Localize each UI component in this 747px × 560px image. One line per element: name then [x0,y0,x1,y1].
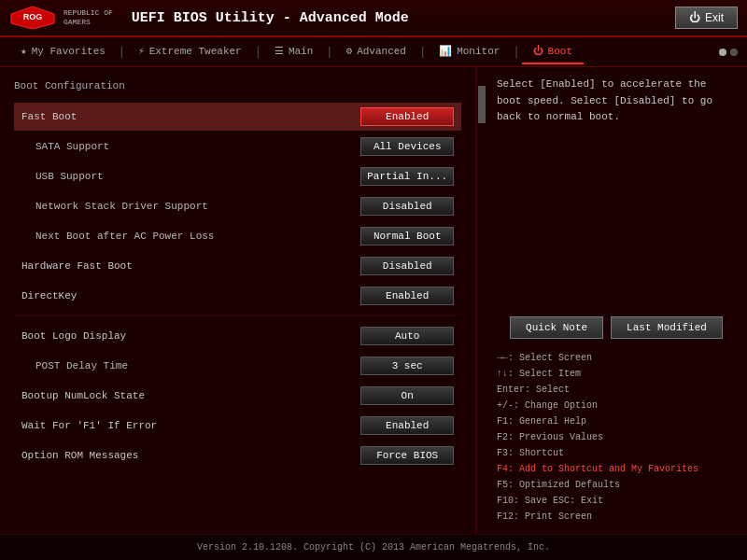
numlock-value[interactable]: On [360,386,454,405]
boot-icon: ⏻ [533,45,543,57]
star-icon: ★ [21,45,27,57]
network-stack-label: Network Stack Driver Support [21,201,208,212]
footer: Version 2.10.1208. Copyright (C) 2013 Am… [0,534,747,560]
boot-logo-value[interactable]: Auto [360,327,454,345]
section-title: Boot Configuration [14,77,461,95]
help-text: Select [Enabled] to accelerate the boot … [497,77,736,126]
tab-advanced[interactable]: ⚙ Advanced [335,39,417,64]
exit-button[interactable]: ⏻ Exit [675,7,738,29]
rog-logo: ROG [9,5,56,31]
shortcut-f5: F5: Optimized Defaults [497,477,736,493]
shortcut-f4: F4: Add to Shortcut and My Favorites [497,461,736,477]
main-icon: ☰ [275,45,284,57]
wait-f1-label: Wait For 'F1' If Error [21,420,157,431]
main-content: Boot Configuration Fast Boot Enabled SAT… [0,67,747,534]
usb-support-label: USB Support [21,171,104,182]
nav-dots [719,49,738,56]
tab-extreme-tweaker[interactable]: ⚡ Extreme Tweaker [127,39,253,64]
power-icon: ⏻ [689,11,700,24]
action-buttons: Quick Note Last Modified [497,316,736,339]
next-boot-row[interactable]: Next Boot after AC Power Loss Normal Boo… [14,222,461,250]
advanced-icon: ⚙ [346,45,353,57]
tab-monitor[interactable]: 📊 Monitor [428,39,511,64]
fast-boot-value[interactable]: Enabled [360,107,454,126]
sata-support-value[interactable]: All Devices [360,137,454,156]
tab-boot[interactable]: ⏻ Boot [522,39,584,64]
shortcut-plusminus: +/-: Change Option [497,398,736,413]
option-rom-row[interactable]: Option ROM Messages Force BIOS [14,441,461,469]
network-stack-value[interactable]: Disabled [360,197,454,216]
shortcut-f12: F12: Print Screen [497,509,736,525]
directkey-label: DirectKey [21,290,77,301]
logo-area: ROG REPUBLIC OFGAMERS [9,5,113,31]
post-delay-row[interactable]: POST Delay Time 3 sec [14,352,461,380]
sata-support-label: SATA Support [21,141,109,152]
scrollbar[interactable] [476,67,486,534]
shortcuts: →←: Select Screen ↑↓: Select Item Enter:… [497,350,736,525]
numlock-row[interactable]: Bootup NumLock State On [14,382,461,410]
sata-support-row[interactable]: SATA Support All Devices [14,133,461,161]
shortcut-enter: Enter: Select [497,382,736,398]
header: ROG REPUBLIC OFGAMERS UEFI BIOS Utility … [0,0,747,37]
post-delay-value[interactable]: 3 sec [360,357,454,375]
numlock-label: Bootup NumLock State [21,390,145,401]
bios-title: UEFI BIOS Utility - Advanced Mode [132,10,675,26]
wait-f1-row[interactable]: Wait For 'F1' If Error Enabled [14,412,461,440]
shortcut-f2: F2: Previous Values [497,429,736,445]
hw-fast-boot-row[interactable]: Hardware Fast Boot Disabled [14,252,461,280]
nav-bar: ★ My Favorites | ⚡ Extreme Tweaker | ☰ M… [0,37,747,67]
option-rom-value[interactable]: Force BIOS [360,446,454,465]
boot-logo-label: Boot Logo Display [21,330,126,342]
monitor-icon: 📊 [439,45,452,57]
usb-support-value[interactable]: Partial In... [360,167,454,186]
next-boot-label: Next Boot after AC Power Loss [21,231,214,242]
scrollbar-thumb[interactable] [478,86,486,123]
shortcut-f10: F10: Save ESC: Exit [497,493,736,509]
fast-boot-label: Fast Boot [21,111,77,122]
option-rom-label: Option ROM Messages [21,450,138,461]
shortcut-f3: F3: Shortcut [497,445,736,461]
left-panel: Boot Configuration Fast Boot Enabled SAT… [0,67,476,534]
usb-support-row[interactable]: USB Support Partial In... [14,162,461,190]
post-delay-label: POST Delay Time [21,360,128,371]
svg-text:ROG: ROG [23,12,43,21]
directkey-row[interactable]: DirectKey Enabled [14,282,461,310]
shortcut-updown: ↑↓: Select Item [497,366,736,382]
footer-text: Version 2.10.1208. Copyright (C) 2013 Am… [197,542,550,553]
tab-main[interactable]: ☰ Main [263,39,324,64]
tab-my-favorites[interactable]: ★ My Favorites [9,39,117,64]
wait-f1-value[interactable]: Enabled [360,416,454,435]
right-panel: Select [Enabled] to accelerate the boot … [486,67,747,534]
boot-logo-row[interactable]: Boot Logo Display Auto [14,322,461,350]
shortcut-arrows: →←: Select Screen [497,350,736,366]
quick-note-button[interactable]: Quick Note [510,316,603,339]
divider [14,315,461,316]
tweaker-icon: ⚡ [138,45,145,57]
directkey-value[interactable]: Enabled [360,287,454,305]
shortcut-f1: F1: General Help [497,413,736,429]
next-boot-value[interactable]: Normal Boot [360,227,454,245]
network-stack-row[interactable]: Network Stack Driver Support Disabled [14,192,461,220]
hw-fast-boot-value[interactable]: Disabled [360,257,454,275]
nav-dot-2 [730,49,738,56]
republic-text: REPUBLIC OFGAMERS [63,8,113,28]
last-modified-button[interactable]: Last Modified [611,316,723,339]
hw-fast-boot-label: Hardware Fast Boot [21,260,133,272]
nav-dot-1 [719,49,726,56]
fast-boot-row[interactable]: Fast Boot Enabled [14,103,461,131]
